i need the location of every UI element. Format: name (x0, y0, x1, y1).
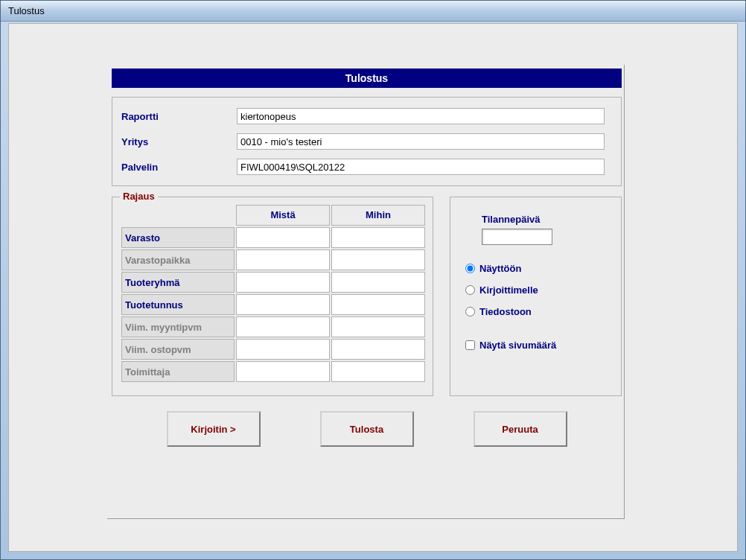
button-row: Kirjoitin > Tulosta Peruuta (112, 411, 622, 447)
rajaus-fieldset: Rajaus Mistä Mihin VarastoVarastopaikkaT… (112, 197, 433, 396)
rajaus-row-label: Varasto (121, 227, 235, 248)
radio-file-row[interactable]: Tiedostoon (465, 306, 606, 317)
server-field[interactable]: FIWL000419\SQL20122 (237, 159, 605, 175)
rajaus-from-input[interactable] (236, 294, 330, 315)
rajaus-legend: Rajaus (120, 191, 158, 202)
col-from-header: Mistä (236, 205, 330, 226)
rajaus-to-input[interactable] (331, 249, 425, 270)
check-pages-label: Näytä sivumäärä (479, 340, 556, 351)
rajaus-row-label: Tuoteryhmä (121, 272, 235, 293)
tilanne-label: Tilannepäivä (482, 214, 606, 225)
rajaus-to-input[interactable] (331, 272, 425, 293)
cancel-button-label: Peruuta (502, 424, 538, 435)
report-row: Raportti kiertonopeus (121, 108, 605, 124)
window-title: Tulostus (8, 5, 45, 16)
server-label: Palvelin (121, 162, 237, 173)
rajaus-row-label: Tuotetunnus (121, 294, 235, 315)
rajaus-from-input[interactable] (236, 361, 330, 382)
radio-screen[interactable] (465, 264, 475, 273)
rajaus-to-input[interactable] (331, 361, 425, 382)
print-button-label: Tulosta (350, 424, 383, 435)
rajaus-to-input[interactable] (331, 339, 425, 360)
rajaus-row-label: Viim. myyntipvm (121, 316, 235, 337)
check-pages[interactable] (465, 340, 475, 350)
main-panel: Tulostus Raportti kiertonopeus Yritys 00… (112, 69, 622, 447)
radio-printer[interactable] (465, 285, 475, 295)
radio-screen-row[interactable]: Näyttöön (465, 263, 606, 274)
middle-section: Rajaus Mistä Mihin VarastoVarastopaikkaT… (112, 197, 622, 396)
rajaus-from-input[interactable] (236, 339, 330, 360)
company-field[interactable]: 0010 - mio's testeri (237, 133, 605, 150)
app-window: Tulostus Tulostus Raportti kiertonopeus … (0, 0, 746, 560)
panel-header: Tulostus (112, 69, 622, 88)
rajaus-row-label: Varastopaikka (121, 249, 235, 270)
server-row: Palvelin FIWL000419\SQL20122 (121, 159, 605, 175)
rajaus-row-label: Viim. ostopvm (121, 339, 235, 360)
rajaus-from-input[interactable] (236, 316, 330, 337)
tilanne-input[interactable] (482, 229, 552, 245)
rajaus-to-input[interactable] (331, 316, 425, 337)
rajaus-to-input[interactable] (331, 227, 425, 248)
radio-screen-label: Näyttöön (479, 263, 521, 274)
rajaus-from-input[interactable] (236, 227, 330, 248)
grid-corner (121, 205, 235, 226)
rajaus-to-input[interactable] (331, 294, 425, 315)
rajaus-from-input[interactable] (236, 249, 330, 270)
check-pages-row[interactable]: Näytä sivumäärä (465, 340, 606, 351)
output-options-panel: Tilannepäivä Näyttöön Kirjoittimelle Tie… (450, 197, 622, 396)
report-label: Raportti (121, 111, 237, 122)
company-row: Yritys 0010 - mio's testeri (121, 133, 605, 150)
company-label: Yritys (121, 136, 237, 147)
rajaus-from-input[interactable] (236, 272, 330, 293)
rajaus-row-label: Toimittaja (121, 361, 235, 382)
col-to-header: Mihin (331, 205, 425, 226)
radio-file-label: Tiedostoon (479, 306, 532, 317)
title-bar[interactable]: Tulostus (1, 1, 745, 22)
printer-button[interactable]: Kirjoitin > (167, 411, 261, 447)
radio-printer-label: Kirjoittimelle (479, 284, 538, 296)
client-area: Tulostus Raportti kiertonopeus Yritys 00… (8, 23, 738, 552)
report-field[interactable]: kiertonopeus (237, 108, 605, 124)
radio-file[interactable] (465, 307, 475, 316)
print-button[interactable]: Tulosta (320, 411, 414, 447)
rajaus-grid: Mistä Mihin VarastoVarastopaikkaTuoteryh… (121, 205, 424, 382)
info-box: Raportti kiertonopeus Yritys 0010 - mio'… (112, 97, 622, 186)
cancel-button[interactable]: Peruuta (474, 411, 567, 447)
radio-printer-row[interactable]: Kirjoittimelle (465, 284, 606, 296)
